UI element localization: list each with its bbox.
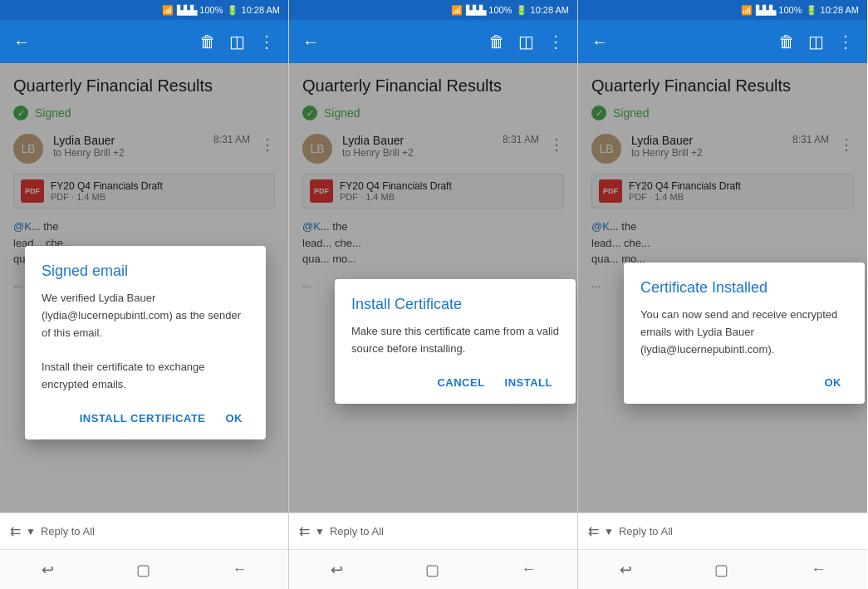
reply-text-2: Reply to All [330, 525, 384, 537]
nav-forward-icon-1[interactable]: ← [233, 561, 248, 578]
back-icon-3[interactable]: ← [586, 27, 613, 56]
archive-icon-2[interactable]: ◫ [513, 27, 539, 56]
certificate-installed-dialog: Certificate Installed You can now send a… [624, 263, 865, 404]
more-icon-2[interactable]: ⋮ [542, 27, 569, 56]
dialog-body-1: We verified Lydia Bauer (lydia@lucernepu… [42, 290, 249, 394]
nav-home-icon-3[interactable]: ▢ [714, 561, 728, 579]
archive-icon-3[interactable]: ◫ [803, 27, 829, 56]
nav-forward-icon-2[interactable]: ← [522, 561, 537, 578]
status-signal-1: ▙▙▙ 100% [177, 5, 223, 16]
reply-icon-1: ⇇ [10, 523, 21, 539]
reply-icon-2: ⇇ [299, 523, 310, 539]
bottom-nav-2: ↩ ▢ ← [289, 549, 577, 589]
nav-home-icon-1[interactable]: ▢ [136, 561, 150, 579]
dialog-actions-2: CANCEL INSTALL [351, 371, 559, 394]
dialog-title-2: Install Certificate [351, 296, 559, 313]
toolbar-1: ← 🗑 ◫ ⋮ [0, 20, 288, 63]
bottom-nav-1: ↩ ▢ ← [0, 549, 288, 589]
toolbar-actions-1: 🗑 ◫ ⋮ [194, 27, 280, 56]
more-icon-1[interactable]: ⋮ [253, 27, 280, 56]
status-bar-1: 📶 ▙▙▙ 100% 🔋 10:28 AM [0, 0, 288, 20]
status-bar-3: 📶 ▙▙▙ 100% 🔋 10:28 AM [578, 0, 867, 20]
toolbar-actions-2: 🗑 ◫ ⋮ [483, 27, 569, 56]
status-wifi-3: 📶 [741, 5, 753, 16]
delete-icon-3[interactable]: 🗑 [773, 27, 800, 56]
reply-dropdown-3[interactable]: ▼ [604, 526, 614, 537]
install-certificate-dialog: Install Certificate Make sure this certi… [335, 279, 576, 404]
status-battery-3: 🔋 [806, 5, 817, 16]
dialog-title-3: Certificate Installed [640, 279, 848, 297]
email-content-3: Quarterly Financial Results ✓ Signed LB … [578, 63, 867, 513]
status-time-1: 10:28 AM [242, 5, 280, 15]
reply-text-3: Reply to All [619, 525, 673, 537]
reply-text-1: Reply to All [41, 525, 95, 537]
reply-bar-1: ⇇ ▼ Reply to All [0, 513, 288, 549]
more-icon-3[interactable]: ⋮ [832, 27, 859, 56]
status-time-3: 10:28 AM [821, 5, 859, 15]
ok-button-1[interactable]: OK [219, 407, 250, 429]
install-certificate-button[interactable]: INSTALL CERTIFICATE [73, 407, 213, 429]
status-signal-3: ▙▙▙ 100% [756, 5, 802, 16]
nav-forward-icon-3[interactable]: ← [811, 561, 826, 578]
dialog-body-3: You can now send and receive encrypted e… [640, 307, 848, 358]
phone-panel-3: 📶 ▙▙▙ 100% 🔋 10:28 AM ← 🗑 ◫ ⋮ Quarterly … [578, 0, 867, 589]
status-wifi-2: 📶 [451, 5, 463, 16]
signed-email-dialog: Signed email We verified Lydia Bauer (ly… [25, 246, 266, 439]
archive-icon-1[interactable]: ◫ [224, 27, 250, 56]
bottom-nav-3: ↩ ▢ ← [578, 549, 867, 589]
nav-back-icon-3[interactable]: ↩ [620, 561, 632, 579]
back-icon-1[interactable]: ← [8, 27, 35, 56]
reply-dropdown-2[interactable]: ▼ [315, 526, 325, 537]
status-wifi-1: 📶 [162, 5, 174, 16]
toolbar-actions-3: 🗑 ◫ ⋮ [773, 27, 859, 56]
nav-back-icon-2[interactable]: ↩ [331, 561, 343, 579]
status-signal-2: ▙▙▙ 100% [466, 5, 512, 16]
back-icon-2[interactable]: ← [297, 27, 324, 56]
dialog-actions-3: OK [640, 371, 848, 394]
email-content-2: Quarterly Financial Results ✓ Signed LB … [289, 63, 577, 513]
dialog-actions-1: INSTALL CERTIFICATE OK [42, 407, 249, 429]
phone-panel-1: 📶 ▙▙▙ 100% 🔋 10:28 AM ← 🗑 ◫ ⋮ Quarterly … [0, 0, 289, 589]
status-time-2: 10:28 AM [531, 5, 569, 15]
nav-back-icon-1[interactable]: ↩ [42, 561, 54, 579]
delete-icon-1[interactable]: 🗑 [194, 27, 221, 56]
status-battery-1: 🔋 [227, 5, 238, 16]
cancel-button[interactable]: CANCEL [430, 371, 491, 394]
reply-dropdown-1[interactable]: ▼ [26, 526, 36, 537]
install-button[interactable]: INSTALL [498, 371, 559, 394]
email-content-1: Quarterly Financial Results ✓ Signed LB … [0, 63, 288, 513]
reply-bar-3: ⇇ ▼ Reply to All [578, 513, 867, 549]
status-bar-2: 📶 ▙▙▙ 100% 🔋 10:28 AM [289, 0, 577, 20]
toolbar-2: ← 🗑 ◫ ⋮ [289, 20, 577, 63]
nav-home-icon-2[interactable]: ▢ [425, 561, 439, 579]
toolbar-3: ← 🗑 ◫ ⋮ [578, 20, 867, 63]
dialog-body-2: Make sure this certificate came from a v… [351, 323, 559, 358]
delete-icon-2[interactable]: 🗑 [483, 27, 510, 56]
reply-icon-3: ⇇ [588, 523, 599, 539]
status-battery-2: 🔋 [516, 5, 527, 16]
reply-bar-2: ⇇ ▼ Reply to All [289, 513, 577, 549]
ok-button-3[interactable]: OK [818, 371, 849, 394]
dialog-title-1: Signed email [42, 263, 249, 280]
phone-panel-2: 📶 ▙▙▙ 100% 🔋 10:28 AM ← 🗑 ◫ ⋮ Quarterly … [289, 0, 578, 589]
